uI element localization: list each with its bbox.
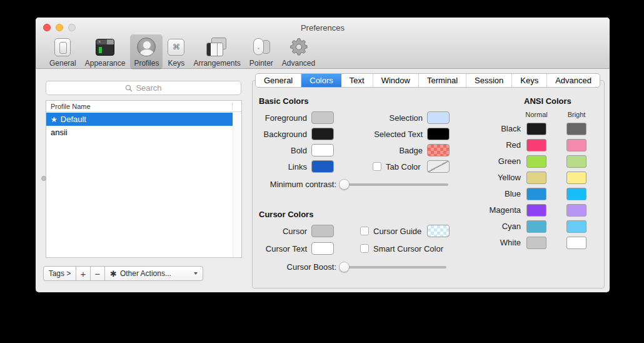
ansi-blue-normal-well[interactable]: [526, 188, 546, 200]
profile-actions-bar: Tags > + − ✱ Other Actions...: [43, 266, 203, 281]
profile-row-ansii[interactable]: ansii: [46, 126, 233, 139]
ansi-green-bright-well[interactable]: [566, 155, 586, 168]
cursor-guide-label: Cursor Guide: [373, 227, 421, 236]
tab-general[interactable]: General: [256, 74, 301, 87]
tab-terminal[interactable]: Terminal: [419, 74, 466, 87]
ansi-green-label: Green: [458, 156, 521, 166]
tags-button[interactable]: Tags >: [43, 266, 76, 281]
titlebar-toolbar: Preferences General Appearance Profiles …: [36, 18, 610, 69]
ansi-black-normal-well[interactable]: [526, 123, 546, 135]
remove-profile-button[interactable]: −: [90, 266, 105, 281]
cursor-colors-title: Cursor Colors: [259, 210, 313, 219]
add-profile-button[interactable]: +: [76, 266, 91, 281]
cursor-guide-color-well[interactable]: [427, 225, 450, 237]
links-label: Links: [253, 162, 307, 172]
gear-icon: ✱: [110, 269, 117, 279]
colors-tab-panel: Basic Colors Foreground Background Bold …: [252, 80, 605, 289]
cursor-guide-checkbox[interactable]: [360, 227, 369, 235]
ansi-magenta-normal-well[interactable]: [526, 204, 546, 217]
cursor-text-label: Cursor Text: [253, 244, 307, 253]
tab-color-well[interactable]: [427, 160, 450, 173]
minimum-contrast-slider[interactable]: [341, 183, 448, 186]
ansi-yellow-normal-well[interactable]: [526, 172, 546, 184]
scrollbar-track[interactable]: [233, 113, 241, 257]
toolbar-item-profiles[interactable]: Profiles: [130, 34, 163, 69]
ansi-cyan-bright-well[interactable]: [566, 220, 586, 233]
cursor-color-well[interactable]: [311, 225, 334, 237]
ansi-green-normal-well[interactable]: [526, 155, 546, 168]
split-handle-dot: [41, 176, 46, 181]
cursor-boost-slider[interactable]: [341, 266, 446, 269]
ansi-yellow-label: Yellow: [458, 173, 521, 182]
ansi-white-bright-well[interactable]: [566, 237, 586, 249]
preferences-window: Preferences General Appearance Profiles …: [36, 18, 610, 292]
minimum-contrast-knob[interactable]: [339, 179, 350, 190]
person-icon: [137, 38, 156, 56]
normal-column-header: Normal: [518, 111, 555, 118]
search-input[interactable]: Search: [46, 81, 241, 95]
profile-tab-bar: General Colors Text Window Terminal Sess…: [255, 73, 600, 88]
other-actions-popup[interactable]: ✱ Other Actions...: [104, 266, 203, 281]
tab-color-label: Tab Color: [386, 162, 421, 172]
foreground-color-well[interactable]: [311, 111, 334, 124]
ansi-red-label: Red: [458, 140, 521, 150]
toolbar-item-pointer[interactable]: Pointer: [246, 34, 277, 69]
toolbar-item-general[interactable]: General: [46, 34, 80, 69]
smart-cursor-color-label: Smart Cursor Color: [373, 244, 443, 253]
profile-row-label: Default: [61, 115, 86, 124]
background-label: Background: [253, 130, 307, 139]
ansi-black-label: Black: [458, 124, 521, 133]
other-actions-label: Other Actions...: [120, 269, 171, 278]
profile-list: Profile Name ★ Default ansii: [46, 100, 242, 258]
smart-cursor-color-checkbox[interactable]: [360, 244, 369, 253]
foreground-label: Foreground: [253, 113, 307, 123]
search-placeholder: Search: [136, 83, 161, 93]
ansi-red-normal-well[interactable]: [526, 139, 546, 151]
basic-colors-title: Basic Colors: [259, 96, 308, 106]
bold-label: Bold: [253, 146, 307, 155]
default-star-icon: ★: [51, 115, 58, 124]
toolbar-item-arrangements[interactable]: Arrangements: [189, 34, 244, 69]
toolbar-item-advanced[interactable]: Advanced: [278, 34, 319, 69]
ansi-white-normal-well[interactable]: [526, 237, 546, 249]
ansi-black-bright-well[interactable]: [566, 123, 586, 135]
minimum-contrast-label: Minimum contrast:: [253, 180, 336, 189]
ansi-white-label: White: [458, 238, 521, 247]
tab-keys[interactable]: Keys: [512, 74, 547, 87]
cursor-label: Cursor: [253, 227, 307, 236]
profile-row-label: ansii: [51, 128, 68, 137]
overlapping-windows-icon: [206, 38, 228, 56]
selection-label: Selection: [335, 113, 423, 123]
ansi-blue-bright-well[interactable]: [566, 188, 586, 200]
tab-session[interactable]: Session: [466, 74, 512, 87]
profile-row-default[interactable]: ★ Default: [46, 113, 233, 126]
ansi-magenta-bright-well[interactable]: [566, 204, 586, 217]
ansi-yellow-bright-well[interactable]: [566, 172, 586, 184]
ansi-cyan-label: Cyan: [458, 222, 521, 231]
ansi-red-bright-well[interactable]: [566, 139, 586, 151]
background-color-well[interactable]: [311, 128, 334, 140]
links-color-well[interactable]: [311, 160, 334, 173]
mouse-icon: [252, 38, 271, 56]
selected-text-label: Selected Text: [335, 130, 423, 139]
ansi-colors-title: ANSI Colors: [524, 96, 571, 106]
selection-color-well[interactable]: [427, 111, 450, 124]
gear-icon: [289, 37, 309, 57]
switch-icon: [54, 38, 71, 56]
cursor-boost-knob[interactable]: [339, 262, 350, 272]
ansi-cyan-normal-well[interactable]: [526, 220, 546, 233]
tab-window[interactable]: Window: [373, 74, 419, 87]
bold-color-well[interactable]: [311, 144, 334, 156]
toolbar-item-appearance[interactable]: Appearance: [81, 34, 129, 69]
cursor-text-color-well[interactable]: [311, 242, 334, 255]
tab-text[interactable]: Text: [341, 74, 373, 87]
window-title: Preferences: [36, 23, 610, 33]
profile-list-header[interactable]: Profile Name: [46, 101, 241, 112]
tab-advanced[interactable]: Advanced: [547, 74, 600, 87]
badge-color-well[interactable]: [427, 144, 450, 156]
tab-color-checkbox[interactable]: [373, 162, 381, 171]
ansi-magenta-label: Magenta: [458, 205, 521, 215]
selected-text-color-well[interactable]: [427, 128, 450, 140]
tab-colors[interactable]: Colors: [301, 74, 341, 87]
toolbar-item-keys[interactable]: ⌘ Keys: [164, 34, 188, 69]
